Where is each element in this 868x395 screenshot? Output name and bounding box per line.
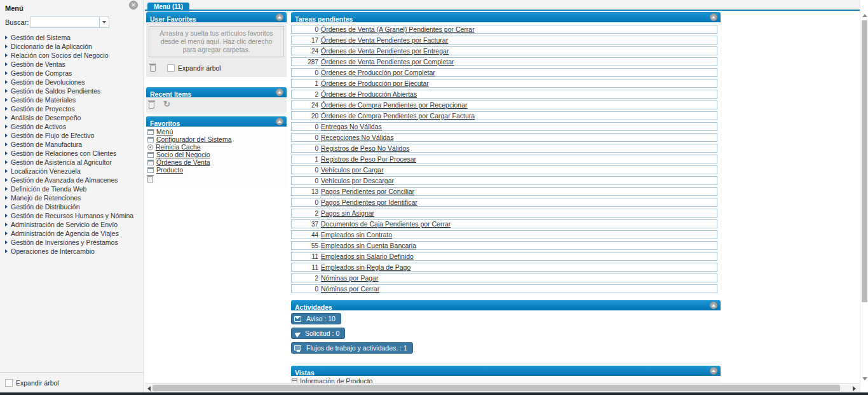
expand-arrow-icon[interactable] — [5, 214, 8, 218]
collapse-icon[interactable] — [276, 88, 283, 96]
expand-arrow-icon[interactable] — [5, 45, 8, 48]
sidebar-tree-item[interactable]: Gestión de Materiales — [5, 95, 144, 104]
search-dropdown-button[interactable] — [100, 17, 109, 28]
sidebar-tree-item[interactable]: Gestión de Ventas — [5, 60, 144, 69]
vertical-scroll-thumb[interactable] — [862, 20, 867, 302]
sidebar-tree-item[interactable]: Gestión de Avanzada de Almacenes — [5, 176, 144, 184]
expand-tree-checkbox[interactable] — [167, 64, 175, 72]
sidebar-tree-item[interactable]: Gestión de Saldos Pendientes — [5, 87, 144, 95]
task-link[interactable]: Recepciones No Válidas — [321, 134, 393, 141]
sidebar-tree-item[interactable]: Gestión de Distribución — [5, 202, 144, 211]
task-link[interactable]: Órdenes de Venta Pendientes por Entregar — [321, 47, 449, 55]
task-link[interactable]: Nóminas por Cerrar — [321, 285, 379, 293]
favorite-item-link[interactable]: Producto — [156, 166, 183, 174]
horizontal-scrollbar[interactable] — [145, 383, 860, 392]
expand-arrow-icon[interactable] — [5, 187, 8, 191]
sidebar-tree-item[interactable]: Gestión de Recursos Humanos y Nómina — [5, 211, 144, 220]
task-link[interactable]: Órdenes de Venta Pendientes por Facturar — [321, 36, 448, 44]
expand-arrow-icon[interactable] — [5, 151, 8, 155]
sidebar-tree-item[interactable]: Gestión de Devoluciones — [5, 78, 144, 87]
horizontal-scroll-thumb[interactable] — [153, 385, 840, 391]
collapse-icon[interactable] — [276, 118, 283, 125]
task-link[interactable]: Vehículos por Cargar — [321, 166, 384, 174]
collapse-icon[interactable] — [710, 367, 717, 375]
task-link[interactable]: Pagos Pendientes por Conciliar — [321, 188, 414, 195]
favorite-item[interactable]: Configurador del Sistema — [147, 135, 287, 143]
task-link[interactable]: Órdenes de Producción por Completar — [321, 69, 435, 76]
search-input[interactable] — [30, 17, 100, 28]
expand-arrow-icon[interactable] — [5, 142, 8, 146]
collapse-icon[interactable] — [710, 301, 717, 309]
expand-arrow-icon[interactable] — [5, 169, 8, 173]
task-link[interactable]: Entregas No Válidas — [321, 123, 382, 130]
task-link[interactable]: Órdenes de Compra Pendientes por Cargar … — [321, 112, 475, 120]
trash-icon[interactable] — [147, 176, 153, 183]
expand-arrow-icon[interactable] — [5, 116, 8, 120]
vertical-scrollbar[interactable] — [860, 0, 868, 392]
activity-button[interactable]: Solicitud : 0 — [291, 328, 345, 339]
collapse-icon[interactable] — [710, 13, 717, 21]
sidebar-tree-item[interactable]: Diccionario de la Aplicación — [5, 42, 144, 51]
favorite-item[interactable]: Reinicia Cache — [147, 143, 287, 151]
favorite-item-link[interactable]: Órdenes de Venta — [156, 158, 210, 166]
sidebar-tree-item[interactable]: Gestión de Inversiones y Préstamos — [5, 238, 144, 247]
sidebar-tree-item[interactable]: Gestión de Flujo de Efectivo — [5, 131, 144, 140]
trash-icon[interactable] — [149, 102, 154, 109]
sidebar-tree-item[interactable]: Manejo de Retenciones — [5, 193, 144, 202]
task-link[interactable]: Órdenes de Producción por Ejecutar — [321, 80, 429, 87]
favorite-item-link[interactable]: Reinicia Cache — [156, 143, 201, 151]
activity-button[interactable]: Flujos de trabajo y actividades. : 1 — [291, 342, 413, 354]
scroll-right-icon[interactable] — [853, 386, 856, 391]
expand-arrow-icon[interactable] — [5, 134, 8, 137]
sidebar-tree-item[interactable]: Localización Venezuela — [5, 167, 144, 176]
expand-arrow-icon[interactable] — [5, 223, 8, 226]
task-link[interactable]: Empleados sin Cuenta Bancaria — [321, 242, 416, 249]
task-link[interactable]: Pagos Pendientes por Identificar — [321, 198, 417, 206]
task-link[interactable]: Registros de Peso No Válidos — [321, 144, 410, 152]
favorite-item[interactable]: Órdenes de Venta — [147, 158, 287, 166]
sidebar-tree-item[interactable]: Relación con Socios del Negocio — [5, 51, 144, 60]
expand-arrow-icon[interactable] — [5, 240, 8, 244]
task-link[interactable]: Órdenes de Compra Pendientes por Recepci… — [321, 101, 468, 109]
close-icon[interactable]: ✕ — [129, 1, 138, 10]
expand-arrow-icon[interactable] — [5, 53, 8, 57]
task-link[interactable]: Vehículos por Descargar — [321, 177, 394, 184]
favorite-item[interactable]: Producto — [147, 166, 287, 174]
expand-arrow-icon[interactable] — [5, 125, 8, 128]
sidebar-tree-item[interactable]: Gestión de Asistencia al Agricultor — [5, 158, 144, 167]
expand-arrow-icon[interactable] — [5, 196, 8, 200]
sidebar-tree-item[interactable]: Administración de Servicio de Envío — [5, 220, 144, 229]
sidebar-tree-item[interactable]: Gestión de Proyectos — [5, 104, 144, 113]
task-link[interactable]: Empleados sin Contrato — [321, 231, 392, 239]
scroll-down-icon[interactable] — [862, 377, 867, 380]
favorite-item-link[interactable]: Socio del Negocio — [156, 151, 210, 158]
task-link[interactable]: Documentos de Caja Pendientes por Cerrar — [321, 220, 451, 228]
expand-arrow-icon[interactable] — [5, 249, 8, 253]
expand-arrow-icon[interactable] — [5, 89, 8, 93]
sidebar-tree-item[interactable]: Gestión del Sistema — [5, 33, 144, 42]
task-link[interactable]: Órdenes de Venta Pendientes por Completa… — [321, 58, 454, 66]
tab-menu[interactable]: Menú (11) — [147, 3, 189, 11]
task-link[interactable]: Órdenes de Producción Abiertas — [321, 90, 417, 98]
collapse-icon[interactable] — [276, 13, 283, 21]
expand-arrow-icon[interactable] — [5, 107, 8, 111]
favorite-item-link[interactable]: Menú — [156, 128, 173, 135]
scroll-left-icon[interactable] — [147, 386, 151, 391]
sidebar-tree-item[interactable]: Definición de Tienda Web — [5, 184, 144, 193]
sidebar-tree-item[interactable]: Gestión de Activos — [5, 122, 144, 131]
expand-arrow-icon[interactable] — [5, 62, 8, 66]
sidebar-tree-item[interactable]: Administración de Agencia de Viajes — [5, 229, 144, 238]
expand-arrow-icon[interactable] — [5, 205, 8, 209]
scroll-up-icon[interactable] — [862, 14, 867, 17]
task-link[interactable]: Pagos sin Asignar — [321, 209, 374, 217]
expand-arrow-icon[interactable] — [5, 178, 8, 182]
sidebar-tree-item[interactable]: Gestión de Compras — [5, 69, 144, 78]
expand-arrow-icon[interactable] — [5, 36, 8, 39]
expand-arrow-icon[interactable] — [5, 232, 8, 235]
favorite-item-link[interactable]: Configurador del Sistema — [156, 135, 231, 143]
favorite-item[interactable]: Socio del Negocio — [147, 151, 287, 158]
expand-arrow-icon[interactable] — [5, 98, 8, 102]
task-link[interactable]: Nóminas por Pagar — [321, 274, 378, 282]
task-link[interactable]: Órdenes de Venta (A Granel) Pendientes p… — [321, 25, 475, 33]
sidebar-tree-item[interactable]: Operaciones de Intercambio — [5, 247, 144, 256]
